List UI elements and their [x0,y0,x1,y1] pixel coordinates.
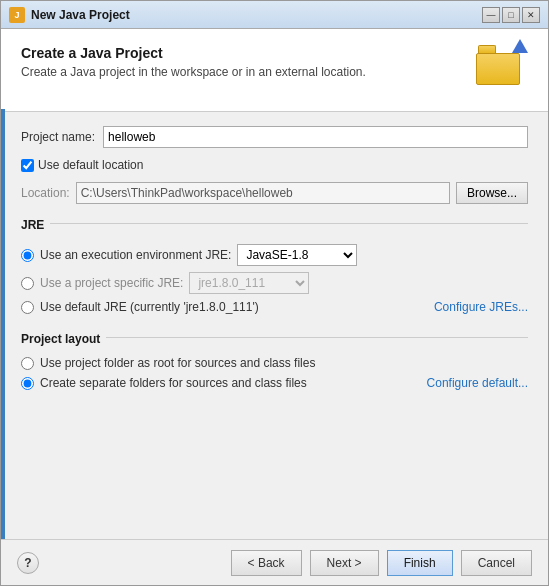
jre-specific-select: jre1.8.0_111 [189,272,309,294]
jre-option3-label: Use default JRE (currently 'jre1.8.0_111… [40,300,259,314]
layout-option2-radio[interactable] [21,377,34,390]
layout-option2-label: Create separate folders for sources and … [40,376,307,390]
next-button[interactable]: Next > [310,550,379,576]
header-icon [476,45,528,97]
jre-divider [50,223,528,224]
project-name-row: Project name: [21,126,528,148]
minimize-button[interactable]: — [482,7,500,23]
bottom-bar: ? < Back Next > Finish Cancel [1,539,548,585]
jre-section: JRE Use an execution environment JRE: Ja… [21,214,528,318]
arrow-up-icon [512,39,528,53]
jre-option1-row: Use an execution environment JRE: JavaSE… [21,244,528,266]
window-title: New Java Project [31,8,482,22]
header-section: Create a Java Project Create a Java proj… [1,29,548,112]
layout-option1-row: Use project folder as root for sources a… [21,356,528,370]
folder-body [476,53,520,85]
jre-option3-radio[interactable] [21,301,34,314]
window-inner: Create a Java Project Create a Java proj… [1,29,548,585]
back-button[interactable]: < Back [231,550,302,576]
cancel-button[interactable]: Cancel [461,550,532,576]
folder-tab [478,45,496,53]
configure-jres-link[interactable]: Configure JREs... [434,300,528,314]
header-title: Create a Java Project [21,45,366,61]
accent-bar [1,109,5,539]
layout-section-label: Project layout [21,332,100,346]
jre-option2-radio[interactable] [21,277,34,290]
location-row: Location: Browse... [21,182,528,204]
title-bar-buttons: — □ ✕ [482,7,540,23]
header-description: Create a Java project in the workspace o… [21,65,366,79]
jre-environment-select[interactable]: JavaSE-1.8 JavaSE-11 JavaSE-17 [237,244,357,266]
jre-option3-row: Use default JRE (currently 'jre1.8.0_111… [21,300,528,314]
project-name-label: Project name: [21,130,95,144]
folder-icon [476,45,524,85]
jre-option1-label: Use an execution environment JRE: [40,248,231,262]
layout-option1-label: Use project folder as root for sources a… [40,356,315,370]
layout-section: Project layout Use project folder as roo… [21,328,528,394]
browse-button[interactable]: Browse... [456,182,528,204]
layout-divider [106,337,528,338]
default-location-label: Use default location [38,158,143,172]
title-bar: J New Java Project — □ ✕ [1,1,548,29]
jre-option2-label: Use a project specific JRE: [40,276,183,290]
maximize-button[interactable]: □ [502,7,520,23]
project-name-input[interactable] [103,126,528,148]
close-button[interactable]: ✕ [522,7,540,23]
layout-options: Use project folder as root for sources a… [21,350,528,394]
layout-option2-row: Create separate folders for sources and … [21,376,528,390]
configure-default-link[interactable]: Configure default... [427,376,528,390]
window: J New Java Project — □ ✕ Create a Java P… [0,0,549,586]
jre-options: Use an execution environment JRE: JavaSE… [21,236,528,318]
window-icon: J [9,7,25,23]
default-location-checkbox[interactable] [21,159,34,172]
jre-option1-radio[interactable] [21,249,34,262]
location-label: Location: [21,186,70,200]
location-input[interactable] [76,182,450,204]
help-button[interactable]: ? [17,552,39,574]
jre-section-label: JRE [21,218,44,232]
jre-option2-row: Use a project specific JRE: jre1.8.0_111 [21,272,528,294]
layout-option1-radio[interactable] [21,357,34,370]
finish-button[interactable]: Finish [387,550,453,576]
main-form: Project name: Use default location Locat… [1,112,548,539]
header-text: Create a Java Project Create a Java proj… [21,45,366,79]
default-location-row: Use default location [21,158,528,172]
